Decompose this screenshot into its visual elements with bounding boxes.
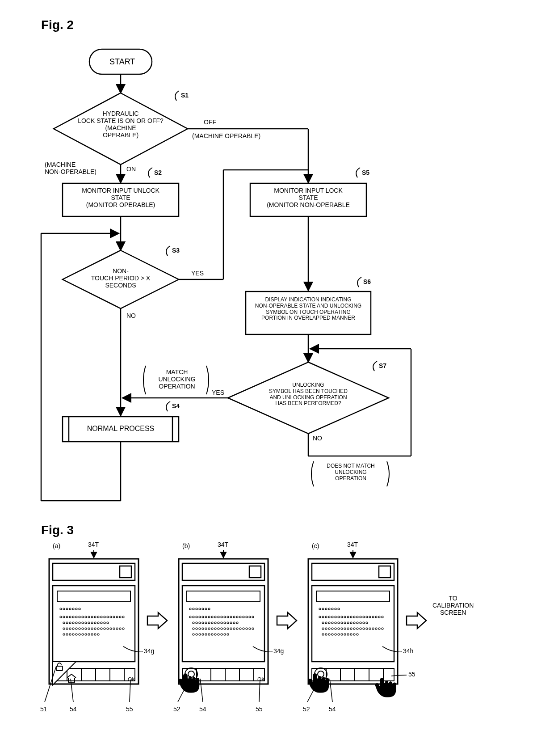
s2-text: MONITOR INPUT UNLOCK STATE (MONITOR OPER… [67, 187, 174, 208]
ref-55-a: 55 [126, 705, 133, 713]
s1-line2: LOCK STATE IS ON OR OFF? [78, 117, 164, 124]
s5-tag: S5 [362, 169, 369, 176]
s3-no: NO [126, 312, 136, 319]
s7-line3: AND UNLOCKING OPERATION [269, 394, 347, 401]
svg-rect-117 [56, 666, 63, 671]
fig3-canvas: OK OK [0, 519, 554, 751]
ref-55-b: 55 [256, 705, 263, 713]
ref-34T-c: 34T [347, 541, 358, 548]
s3-line2: TOUCH PERIOD > X [91, 275, 150, 282]
ref-54-c: 54 [329, 705, 336, 713]
ref-34g-a: 34g [144, 647, 154, 655]
s1-off: OFF [204, 118, 216, 126]
svg-text:OK: OK [128, 676, 135, 683]
s4-text: NORMAL PROCESS [74, 425, 168, 433]
s7-yes: YES [212, 389, 224, 396]
ref-52-b: 52 [173, 705, 180, 713]
s7-no: NO [313, 435, 322, 442]
ref-34g-b: 34g [273, 647, 284, 655]
panel-b-label: (b) [182, 542, 190, 549]
s7-line2: SYMBOL HAS BEEN TOUCHED [269, 388, 348, 394]
ref-55-c: 55 [408, 671, 416, 678]
to-calibration-label: TO CALIBRATION SCREEN [432, 595, 474, 616]
s7-line4: HAS BEEN PERFORMED? [275, 400, 341, 406]
s1-line3: (MACHINE [105, 124, 136, 131]
ref-34T-b: 34T [218, 541, 228, 548]
s3-line3: SECONDS [105, 282, 136, 289]
s7-no-note: DOES NOT MATCH UNLOCKING OPERATION [317, 463, 384, 481]
panel-c-label: (c) [312, 542, 319, 549]
s3-line1: NON- [113, 267, 129, 275]
flowchart-canvas [0, 0, 554, 519]
ref-34T-a: 34T [88, 541, 99, 548]
ref-51-a: 51 [40, 705, 47, 713]
start-node: START [109, 57, 135, 67]
s7-text: UNLOCKING SYMBOL HAS BEEN TOUCHED AND UN… [264, 382, 353, 407]
s6-tag: S6 [363, 278, 371, 285]
s5-text: MONITOR INPUT LOCK STATE (MONITOR NON-OP… [254, 187, 363, 208]
s2-tag: S2 [154, 169, 162, 176]
s7-yes-note: MATCH UNLOCKING OPERATION [150, 368, 204, 390]
s1-line4: OPERABLE) [103, 131, 138, 139]
s1-line1: HYDRAULIC [103, 110, 139, 117]
ref-52-c: 52 [303, 705, 310, 713]
s1-on-note: (MACHINE NON-OPERABLE) [45, 161, 97, 175]
svg-text:OK: OK [257, 676, 265, 683]
ref-54-b: 54 [199, 705, 206, 713]
panel-a-label: (a) [53, 542, 60, 549]
s3-text: NON- TOUCH PERIOD > X SECONDS [80, 267, 161, 289]
s1-off-note: (MACHINE OPERABLE) [192, 132, 260, 139]
ref-54-a: 54 [70, 705, 77, 713]
s1-tag: S1 [181, 92, 189, 99]
s3-yes: YES [191, 270, 204, 277]
s4-tag: S4 [172, 402, 180, 410]
s7-tag: S7 [379, 362, 386, 369]
s7-line1: UNLOCKING [292, 382, 324, 388]
ref-34h-c: 34h [403, 647, 413, 655]
s3-tag: S3 [172, 247, 180, 254]
s1-on: ON [126, 165, 136, 173]
s6-text: DISPLAY INDICATION INDICATING NON-OPERAB… [248, 297, 368, 321]
s1-text: HYDRAULIC LOCK STATE IS ON OR OFF? (MACH… [76, 110, 165, 139]
